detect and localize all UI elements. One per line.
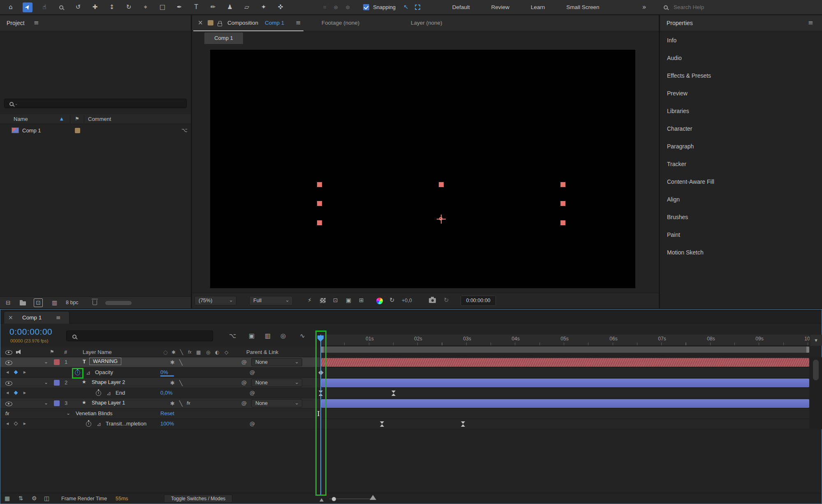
workspace-review[interactable]: Review: [491, 4, 509, 10]
tool-option-icon-3[interactable]: ⊚: [345, 5, 350, 10]
fast-previews-icon[interactable]: ⚡: [308, 297, 312, 303]
parent-dropdown[interactable]: None ⌄: [251, 358, 302, 366]
show-snapshot-icon[interactable]: ↻: [444, 297, 449, 303]
bit-depth-label[interactable]: 8 bpc: [66, 300, 79, 305]
bbox-handle[interactable]: [560, 220, 565, 225]
new-folder-icon[interactable]: [20, 301, 26, 307]
comp-marker-bin[interactable]: ▾: [810, 335, 822, 346]
work-area-bar[interactable]: [321, 347, 809, 353]
effect-row-venetian-blinds[interactable]: fx ⌄ Venetian Blinds Reset: [0, 409, 320, 419]
quality-switch-icon[interactable]: ╲: [179, 401, 183, 406]
composition-canvas[interactable]: [210, 50, 635, 288]
hand-tool-icon[interactable]: ☝: [39, 2, 49, 12]
property-label[interactable]: End: [116, 390, 125, 396]
collapse-switch-icon[interactable]: ✱: [170, 380, 175, 386]
project-search[interactable]: ⌄: [4, 99, 187, 108]
timeline-zoom-knob[interactable]: [332, 497, 336, 501]
time-ruler[interactable]: 01s 02s 03s 04s 05s 06s 07s 08s 09s 10s: [320, 335, 822, 346]
snapshot-camera-icon[interactable]: [429, 298, 436, 304]
properties-item-paint[interactable]: Paint: [660, 226, 822, 244]
motion-blur-toggle-icon[interactable]: ◎: [280, 333, 286, 339]
layer-color-chip[interactable]: [54, 380, 60, 386]
close-tab-icon[interactable]: ×: [8, 314, 13, 320]
eye-icon[interactable]: [5, 401, 12, 407]
viewer-tab-layer[interactable]: Layer (none): [411, 20, 442, 26]
eraser-tool-icon[interactable]: ▱: [242, 2, 252, 12]
tool-option-icon-2[interactable]: ⊛: [333, 5, 338, 10]
properties-item-libraries[interactable]: Libraries: [660, 102, 822, 120]
bbox-handle[interactable]: [317, 182, 322, 187]
toggle-switches-modes-button[interactable]: Toggle Switches / Modes: [164, 495, 232, 503]
property-row-end[interactable]: ◀ ▶ ⊿ End 0,0% @: [0, 388, 320, 398]
tool-option-icon-1[interactable]: ⌗: [323, 5, 326, 10]
project-item-name[interactable]: Comp 1: [22, 127, 41, 134]
viewer-panel-menu-icon[interactable]: ≡: [296, 20, 301, 26]
home-icon[interactable]: ⌂: [6, 2, 16, 12]
layer-color-chip[interactable]: [54, 359, 60, 365]
layer-color-chip[interactable]: [54, 400, 60, 406]
delete-icon[interactable]: [93, 300, 97, 306]
mask-visibility-icon[interactable]: ▣: [346, 297, 351, 303]
add-keyframe-icon[interactable]: [14, 370, 18, 375]
collapse-switch-icon[interactable]: ✱: [170, 401, 175, 406]
resolution-dropdown[interactable]: Full ⌄: [249, 296, 293, 305]
workspace-overflow-icon[interactable]: »: [642, 4, 646, 11]
zoom-in-mountain-icon[interactable]: [370, 495, 376, 501]
eye-icon[interactable]: [5, 360, 12, 366]
project-item-row[interactable]: Comp 1 ⌥: [0, 126, 191, 136]
workspace-small-screen[interactable]: Small Screen: [566, 4, 599, 10]
type-tool-icon[interactable]: T: [191, 2, 201, 12]
pick-whip-icon[interactable]: @: [250, 390, 255, 395]
search-help-input[interactable]: [673, 4, 743, 11]
project-panel-menu-icon[interactable]: ≡: [34, 20, 39, 26]
stopwatch-icon[interactable]: [86, 421, 91, 428]
selection-tool-icon[interactable]: ➤: [23, 2, 32, 12]
pick-whip-icon[interactable]: @: [250, 421, 255, 426]
properties-item-audio[interactable]: Audio: [660, 49, 822, 67]
footer-toggle-icon-2[interactable]: ⇅: [19, 495, 23, 501]
brush-tool-icon[interactable]: ✏: [208, 2, 218, 12]
graph-editor-icon[interactable]: ∿: [300, 333, 305, 339]
footer-toggle-icon-3[interactable]: ⚙: [32, 495, 37, 501]
vertical-scrollbar-thumb[interactable]: [813, 360, 819, 380]
anchor-point[interactable]: [437, 215, 446, 224]
next-keyframe-icon[interactable]: ▶: [23, 371, 26, 374]
properties-item-effects-presets[interactable]: Effects & Presets: [660, 67, 822, 85]
effect-reset-link[interactable]: Reset: [160, 410, 174, 416]
region-of-interest-icon[interactable]: ⊡: [333, 297, 338, 303]
previous-keyframe-icon[interactable]: ◀: [6, 391, 9, 395]
scrollbar-thumb[interactable]: [105, 301, 132, 305]
rotation-tool-icon[interactable]: ↻: [124, 2, 134, 12]
graph-toggle-icon[interactable]: ⊿: [107, 391, 111, 396]
snapping-checkbox[interactable]: [363, 4, 369, 10]
puppet-pin-tool-icon[interactable]: ✜: [276, 2, 285, 12]
shape-tool-icon[interactable]: □: [157, 2, 167, 12]
search-help-icon[interactable]: [664, 5, 668, 9]
keyframe[interactable]: [380, 421, 384, 427]
parent-dropdown[interactable]: None ⌄: [251, 379, 302, 387]
timeline-search-input[interactable]: [81, 331, 211, 340]
pick-whip-icon[interactable]: @: [241, 380, 247, 385]
layer-bar-shape-2[interactable]: [321, 379, 809, 387]
zoom-tool-icon[interactable]: [56, 2, 66, 12]
eye-icon[interactable]: [5, 381, 12, 387]
snap-option-icon-2[interactable]: [415, 5, 420, 10]
properties-item-content-aware-fill[interactable]: Content-Aware Fill: [660, 173, 822, 191]
property-label[interactable]: Transit...mpletion: [106, 421, 146, 427]
viewer-timecode[interactable]: 0:00:00:00: [461, 296, 496, 306]
pan-behind-tool-icon[interactable]: ⌖: [141, 2, 151, 12]
next-keyframe-icon[interactable]: ▶: [23, 391, 26, 395]
project-search-input[interactable]: [19, 99, 185, 107]
clone-stamp-tool-icon[interactable]: ♟: [225, 2, 235, 12]
viewer-tab-composition-label[interactable]: Composition: [227, 20, 258, 26]
work-area-end-handle[interactable]: [806, 347, 809, 353]
graph-toggle-icon[interactable]: ⊿: [97, 421, 101, 427]
workspace-default[interactable]: Default: [452, 4, 470, 10]
add-keyframe-icon[interactable]: [14, 422, 18, 426]
properties-item-info[interactable]: Info: [660, 32, 822, 49]
layer-bar-warning[interactable]: [321, 358, 809, 367]
timeline-tab[interactable]: × Comp 1 ≡: [4, 311, 69, 324]
parent-link-column-label[interactable]: Parent & Link: [246, 349, 278, 355]
project-settings-icon[interactable]: ▥: [52, 300, 57, 305]
properties-item-paragraph[interactable]: Paragraph: [660, 138, 822, 155]
